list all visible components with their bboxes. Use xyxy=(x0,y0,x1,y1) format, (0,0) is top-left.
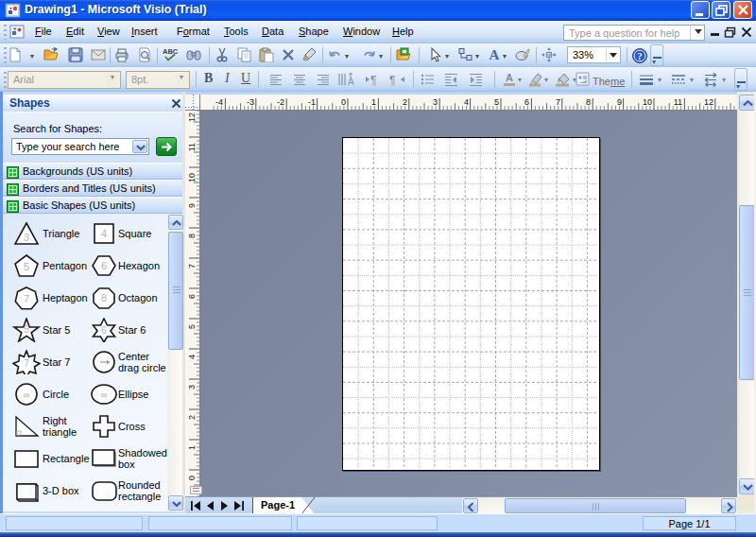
svg-text:A: A xyxy=(490,47,500,62)
svg-text:-4: -4 xyxy=(215,97,223,107)
svg-text:6: 6 xyxy=(187,294,197,299)
svg-text:8: 8 xyxy=(187,234,197,238)
svg-text:4: 4 xyxy=(101,228,107,239)
svg-text:∞: ∞ xyxy=(23,390,29,400)
svg-text:4: 4 xyxy=(187,355,197,359)
svg-text:7: 7 xyxy=(187,264,197,268)
svg-text:-1: -1 xyxy=(308,97,316,107)
svg-text:4: 4 xyxy=(464,97,469,107)
svg-text:10: 10 xyxy=(643,97,652,107)
svg-text:12: 12 xyxy=(704,97,713,107)
svg-text:¶: ¶ xyxy=(389,74,395,87)
svg-text:12: 12 xyxy=(187,113,197,122)
svg-text:2: 2 xyxy=(403,97,407,107)
svg-text:1: 1 xyxy=(187,445,197,450)
svg-text:ABC: ABC xyxy=(163,47,179,56)
svg-text:9: 9 xyxy=(187,203,197,208)
svg-text:0: 0 xyxy=(187,476,197,480)
svg-text:11: 11 xyxy=(674,97,682,107)
svg-text:6: 6 xyxy=(101,260,107,271)
svg-text:2: 2 xyxy=(187,415,197,420)
svg-text:8: 8 xyxy=(586,97,591,107)
svg-text:7: 7 xyxy=(24,293,29,304)
svg-text:3: 3 xyxy=(24,232,29,243)
svg-text:7: 7 xyxy=(556,97,560,107)
svg-text:0: 0 xyxy=(341,97,346,107)
svg-text:-2: -2 xyxy=(277,97,284,107)
svg-text:11: 11 xyxy=(187,143,197,151)
svg-text:3: 3 xyxy=(433,97,438,107)
svg-text:5: 5 xyxy=(494,97,499,107)
svg-text:9: 9 xyxy=(617,97,622,107)
svg-text:?: ? xyxy=(638,51,643,61)
svg-text:5: 5 xyxy=(187,324,197,329)
svg-text:5: 5 xyxy=(24,261,29,272)
svg-text:A: A xyxy=(348,77,354,87)
svg-text:3: 3 xyxy=(187,385,197,390)
svg-text:∞: ∞ xyxy=(100,390,107,400)
svg-text:6: 6 xyxy=(524,97,529,107)
svg-text:A: A xyxy=(506,72,513,83)
svg-text:-3: -3 xyxy=(247,97,254,107)
svg-text:6: 6 xyxy=(101,325,107,336)
svg-text:5: 5 xyxy=(24,324,29,335)
svg-text:1: 1 xyxy=(371,97,376,107)
svg-text:8: 8 xyxy=(101,292,107,303)
svg-text:7: 7 xyxy=(24,358,29,369)
svg-text:10: 10 xyxy=(187,173,197,182)
svg-text:¶: ¶ xyxy=(370,74,376,87)
